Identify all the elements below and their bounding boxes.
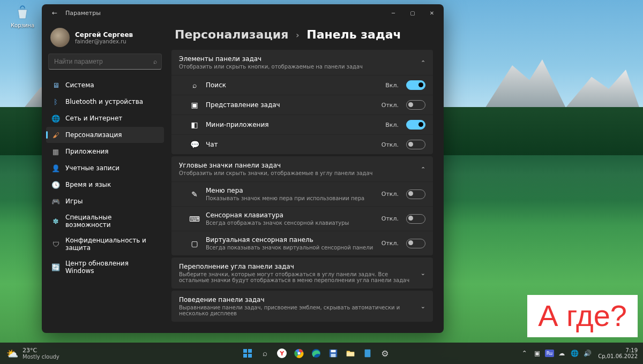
app-edge[interactable] [309, 346, 323, 360]
toggle-state: Откл. [382, 141, 399, 148]
section-header[interactable]: Угловые значки панели задач Отобразить и… [171, 156, 433, 181]
nav-label: Конфиденциальность и защита [65, 237, 159, 252]
close-button[interactable]: ✕ [422, 5, 442, 20]
toggle-switch[interactable] [406, 140, 425, 149]
svg-rect-11 [331, 354, 336, 357]
sidebar-item[interactable]: 🕓Время и язык [46, 177, 164, 193]
row-label: Меню пера [206, 187, 375, 194]
app-save[interactable] [326, 346, 340, 360]
row-icon: ⌨ [190, 214, 199, 224]
sidebar-item[interactable]: 🛡Конфиденциальность и защита [46, 233, 164, 255]
sidebar-item[interactable]: 🖥Система [46, 77, 164, 93]
overlay-text: А где? [527, 295, 638, 337]
minimize-button[interactable]: ─ [384, 5, 403, 20]
toggle-state: Откл. [382, 215, 399, 222]
toggle-switch[interactable] [406, 189, 425, 199]
svg-rect-13 [365, 350, 371, 357]
titlebar[interactable]: ← Параметры ─ ▢ ✕ [42, 4, 444, 21]
row-icon: ⌕ [190, 80, 199, 90]
section-taskbar-behavior: Поведение панели задач Выравнивание пане… [171, 291, 433, 322]
clock[interactable]: 7:19 Ср,01.06.2022 [598, 347, 638, 359]
back-button[interactable]: ← [49, 9, 60, 17]
sidebar-item[interactable]: 👤Учетные записи [46, 160, 164, 176]
nav-icon: 🖌 [51, 131, 60, 139]
sidebar-item[interactable]: 🌐Сеть и Интернет [46, 110, 164, 126]
nav-icon: 🛡 [51, 240, 60, 248]
app-chrome[interactable] [292, 346, 306, 360]
nav-icon: 🌐 [51, 114, 60, 123]
volume-icon[interactable]: 🔊 [582, 348, 593, 359]
breadcrumb-leaf: Панель задач [306, 28, 401, 41]
window-title: Параметры [65, 10, 101, 17]
nav-icon: ▦ [51, 147, 60, 156]
start-button[interactable] [241, 346, 255, 360]
app-explorer[interactable] [343, 346, 357, 360]
app-settings[interactable]: ⚙ [378, 346, 392, 360]
language-indicator[interactable]: Ru [545, 350, 555, 357]
nav-icon: 🔄 [51, 263, 60, 271]
setting-row: ▣ Представление задач Откл. [171, 95, 433, 115]
toggle-switch[interactable] [406, 214, 425, 224]
row-label: Представление задач [206, 101, 375, 109]
tray-app-icon[interactable]: ▣ [532, 348, 543, 359]
sidebar-item[interactable]: ✽Специальные возможности [46, 210, 164, 232]
system-tray: ⌃ ▣ Ru ☁ 🌐 🔊 7:19 Ср,01.06.2022 [519, 347, 643, 359]
taskbar-weather[interactable]: ⛅ 23°C Mostly cloudy [0, 347, 114, 360]
app-files[interactable] [361, 346, 375, 360]
nav-label: Центр обновления Windows [65, 260, 159, 275]
svg-rect-10 [331, 350, 336, 353]
breadcrumb-root[interactable]: Персонализация [175, 28, 288, 41]
section-header[interactable]: Поведение панели задач Выравнивание пане… [171, 291, 433, 322]
onedrive-icon[interactable]: ☁ [556, 348, 567, 359]
search-button[interactable]: ⌕ [258, 346, 272, 360]
tray-chevron-up-icon[interactable]: ⌃ [519, 348, 530, 359]
sidebar-item[interactable]: ᛒBluetooth и устройства [46, 94, 164, 110]
nav-label: Время и язык [65, 181, 111, 188]
row-icon: ▣ [190, 100, 199, 110]
sidebar-item[interactable]: ▦Приложения [46, 143, 164, 160]
toggle-switch[interactable] [406, 120, 425, 130]
setting-row: 💬 Чат Откл. [171, 134, 433, 154]
taskbar[interactable]: ⛅ 23°C Mostly cloudy ⌕ Y ⚙ ⌃ ▣ Ru ☁ 🌐 🔊 [0, 343, 643, 364]
app-yandex[interactable]: Y [275, 346, 289, 360]
network-icon[interactable]: 🌐 [569, 348, 580, 359]
nav-label: Учетные записи [65, 164, 119, 172]
toggle-state: Вкл. [385, 122, 399, 128]
recycle-bin-icon [13, 3, 32, 21]
section-title: Переполнение угла панели задач [179, 263, 415, 270]
row-label: Поиск [206, 81, 379, 89]
section-corner-overflow: Переполнение угла панели задач Выберите … [171, 257, 433, 289]
toggle-switch[interactable] [406, 80, 425, 90]
clock-date: Ср,01.06.2022 [598, 353, 638, 359]
weather-icon: ⛅ [6, 348, 18, 359]
sidebar-item[interactable]: 🔄Центр обновления Windows [46, 256, 164, 278]
toggle-switch[interactable] [406, 239, 425, 248]
search-field[interactable] [53, 57, 153, 66]
settings-window: ← Параметры ─ ▢ ✕ Сергей Сергеев fainder… [42, 4, 444, 333]
weather-desc: Mostly cloudy [23, 354, 59, 360]
toggle-switch[interactable] [406, 100, 425, 110]
desktop-icon-recycle-bin[interactable]: Корзина [8, 3, 38, 28]
sidebar-item[interactable]: 🎮Игры [46, 193, 164, 209]
row-icon: ✎ [190, 189, 199, 199]
nav-list: 🖥СистемаᛒBluetooth и устройства🌐Сеть и И… [46, 77, 164, 278]
toggle-state: Откл. [382, 191, 399, 198]
search-input[interactable]: ⌕ [48, 54, 162, 70]
nav-label: Система [65, 81, 94, 89]
clock-time: 7:19 [598, 347, 638, 353]
taskbar-center: ⌕ Y ⚙ [114, 346, 519, 360]
svg-rect-0 [243, 349, 247, 353]
row-label: Сенсорная клавиатура [206, 211, 375, 219]
setting-row: ▢ Виртуальная сенсорная панель Всегда по… [171, 231, 433, 255]
section-header[interactable]: Элементы панели задач Отобразить или скр… [171, 50, 433, 75]
maximize-button[interactable]: ▢ [403, 5, 422, 20]
chevron-down-icon: ⌄ [421, 303, 425, 310]
section-header[interactable]: Переполнение угла панели задач Выберите … [171, 257, 433, 289]
setting-row: ✎ Меню пера Показывать значок меню пера … [171, 181, 433, 206]
svg-rect-3 [248, 354, 252, 358]
sidebar-item[interactable]: 🖌Персонализация [46, 127, 164, 143]
user-card[interactable]: Сергей Сергеев fainder@yandex.ru [46, 26, 164, 54]
nav-icon: ✽ [51, 217, 60, 225]
setting-row: ◧ Мини-приложения Вкл. [171, 115, 433, 134]
desktop-icon-label: Корзина [11, 22, 34, 28]
